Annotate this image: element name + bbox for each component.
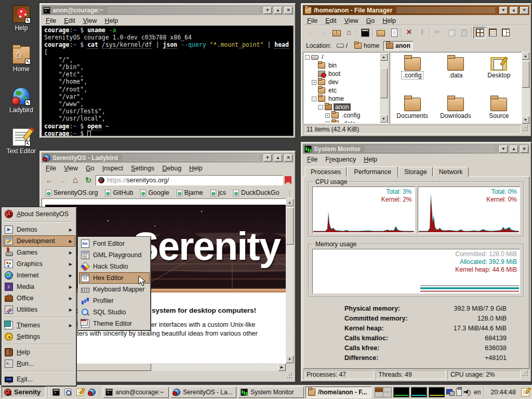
tab-storage[interactable]: Storage (398, 167, 433, 177)
file-config[interactable]: .config (391, 55, 434, 92)
new-file-button[interactable] (388, 27, 400, 38)
menu-debug[interactable]: Debug (162, 165, 181, 172)
start-menu-item-settings[interactable]: Settings (3, 331, 75, 342)
scroll-down-button[interactable]: ▼ (522, 116, 529, 124)
keyboard-layout-indicator[interactable]: en (473, 389, 482, 396)
home-button[interactable]: ⌂ (70, 175, 81, 186)
terminal-titlebar[interactable]: anon@courage:~ ▼ ▲ ✕ (42, 5, 294, 15)
menu-file[interactable]: File (46, 165, 56, 172)
resize-grip[interactable] (286, 372, 293, 380)
start-menu-item-development[interactable]: Development▶ (3, 235, 75, 247)
workspace-switcher[interactable] (375, 387, 392, 397)
file-documents[interactable]: Documents (391, 96, 434, 124)
close-button[interactable]: ✕ (284, 7, 292, 14)
desktop-icon-text-editor[interactable]: ↖Text Editor (5, 128, 38, 155)
back-button[interactable] (304, 27, 317, 38)
resize-grip[interactable] (522, 125, 529, 134)
scroll-up-button[interactable]: ▲ (286, 198, 294, 206)
rename-button[interactable] (416, 27, 429, 38)
network-graph-applet[interactable] (429, 387, 445, 397)
submenu-item-sql-studio[interactable]: SQL Studio (79, 307, 150, 318)
workspace-2[interactable] (383, 388, 391, 392)
url-bar[interactable]: https://serenityos.org/ (96, 175, 283, 185)
menu-go[interactable]: Go (86, 165, 95, 172)
menu-edit[interactable]: Edit (64, 17, 75, 24)
clock[interactable]: 20:44:48 (487, 389, 520, 396)
submenu-item-gml-playground[interactable]: GML Playground (79, 249, 150, 261)
scrollbar-track[interactable] (522, 60, 529, 116)
scrollbar-track[interactable] (380, 61, 388, 115)
quick-launch-ladybird[interactable] (86, 387, 98, 398)
minimize-button[interactable]: ▼ (499, 145, 508, 153)
tab-processes[interactable]: Processes (305, 167, 347, 177)
quick-launch-find[interactable] (62, 387, 74, 398)
scroll-right-button[interactable]: ▶ (278, 363, 286, 371)
minimize-button[interactable]: ▼ (499, 7, 508, 14)
copy-button[interactable] (445, 27, 457, 38)
terminal-output[interactable]: courage:~ $ uname -aSerenityOS courage 1… (42, 25, 294, 136)
tree-expander-icon[interactable]: + (312, 80, 316, 85)
maximize-button[interactable]: ▲ (274, 154, 282, 162)
tree-item-bin[interactable]: bin (304, 61, 380, 70)
scrollbar-thumb[interactable] (286, 207, 294, 245)
file-desktop[interactable]: Desktop (477, 55, 521, 92)
new-folder-button[interactable] (375, 27, 387, 38)
volume-icon[interactable] (463, 389, 471, 396)
start-menu-item-exit[interactable]: Exit... (3, 374, 75, 385)
bookmark-duckduckgo[interactable]: DuckDuckGo (233, 189, 280, 196)
breadcrumb-item[interactable]: / (334, 41, 350, 50)
quick-launch-text-editor[interactable] (74, 387, 86, 398)
submenu-item-profiler[interactable]: Profiler (79, 295, 150, 307)
tree-expander-icon[interactable]: + (325, 122, 330, 123)
breadcrumb-home[interactable]: home (352, 41, 382, 50)
start-menu-item-office[interactable]: Office▶ (3, 292, 75, 304)
tree-expander-icon[interactable]: + (325, 113, 330, 118)
scroll-down-button[interactable]: ▼ (380, 115, 388, 123)
breadcrumb-anon[interactable]: anon (383, 41, 413, 50)
bookmarks-overflow-icon[interactable]: ⋮ (287, 190, 292, 196)
system-monitor-titlebar[interactable]: System Monitor ▼ ▲ ✕ (303, 144, 529, 154)
scrollbar-thumb[interactable] (380, 68, 388, 98)
start-menu-item-media[interactable]: Media▶ (3, 281, 75, 292)
scrollbar-thumb[interactable] (522, 61, 529, 88)
submenu-item-font-editor[interactable]: Font Editor (79, 238, 150, 249)
start-menu-item-demos[interactable]: Demos▶ (3, 224, 75, 235)
tree-item-etc[interactable]: etc (304, 86, 380, 95)
file-downloads[interactable]: Downloads (434, 96, 477, 124)
menu-file[interactable]: File (307, 156, 317, 163)
task-button-anon-courage[interactable]: anon@courage:~ (103, 387, 169, 398)
delete-button[interactable] (403, 27, 416, 38)
scroll-down-button[interactable]: ▼ (286, 355, 294, 363)
tree-item-item[interactable]: -/ (304, 53, 380, 61)
bookmark-github[interactable]: GitHub (105, 189, 133, 196)
maximize-button[interactable]: ▲ (510, 145, 518, 153)
browser-titlebar[interactable]: SerenityOS - Ladybird ▼ ▲ ✕ (42, 153, 294, 163)
menu-file[interactable]: File (307, 17, 317, 24)
tree-item-data[interactable]: +.data (304, 119, 380, 123)
submenu-item-hack-studio[interactable]: Hack Studio (79, 261, 150, 272)
list-view-button[interactable] (486, 27, 499, 38)
start-menu-item-games[interactable]: Games▶ (3, 247, 75, 258)
file-data[interactable]: .data (434, 55, 477, 92)
paste-button[interactable] (458, 27, 470, 38)
tree-expander-icon[interactable]: - (318, 105, 323, 110)
terminal-button[interactable] (359, 27, 371, 38)
tree-item-boot[interactable]: boot (304, 70, 380, 78)
workspace-3[interactable] (375, 392, 383, 397)
menu-go[interactable]: Go (366, 17, 375, 24)
task-button-home-anon-f[interactable]: /home/anon - F... (305, 387, 371, 398)
start-menu-item-run[interactable]: Run... (3, 358, 75, 369)
workspace-1[interactable] (375, 388, 383, 392)
bookmark-icon[interactable] (285, 176, 291, 184)
clipboard-icon[interactable] (456, 388, 462, 396)
task-button-system-monitor[interactable]: System Monitor (238, 387, 304, 398)
forward-button[interactable] (317, 27, 330, 38)
network-icon[interactable] (446, 389, 454, 396)
tab-performance[interactable]: Performance (347, 166, 398, 177)
menu-view[interactable]: View (344, 17, 358, 24)
close-button[interactable]: ✕ (520, 7, 528, 14)
start-menu-item-about-serenityos[interactable]: About SerenityOS (3, 208, 75, 220)
reload-button[interactable]: ↻ (83, 175, 94, 186)
browser-vertical-scrollbar[interactable]: ▲ ▼ (286, 198, 294, 363)
task-button-serenityos-la[interactable]: SerenityOS - La... (170, 387, 236, 398)
